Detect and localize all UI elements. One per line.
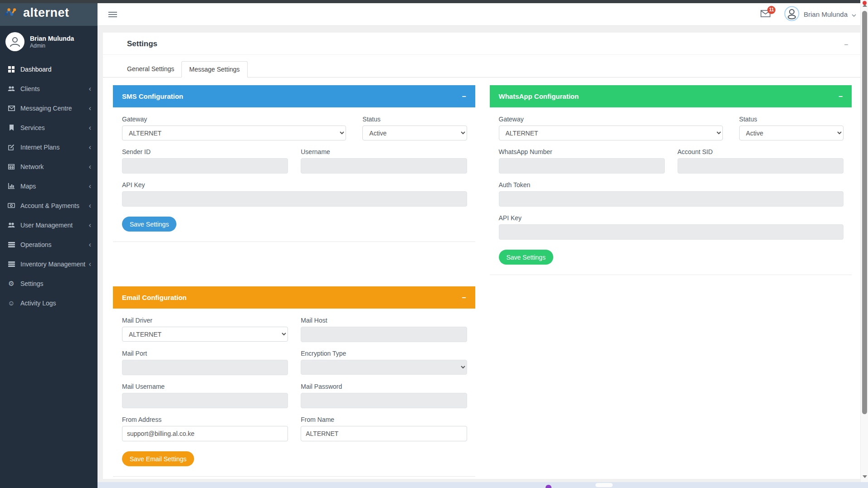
sidebar-item-maps[interactable]: Maps ‹	[0, 176, 98, 196]
sidebar-item-label: Services	[20, 124, 45, 131]
auth-token-label: Auth Token	[499, 181, 844, 188]
vertical-scrollbar[interactable]	[860, 0, 868, 482]
sidebar-item-label: Clients	[20, 85, 40, 92]
whatsapp-collapse-button[interactable]: −	[839, 92, 843, 101]
sidebar-item-activity-logs[interactable]: ☺ Activity Logs	[0, 293, 98, 313]
brand-logo-icon	[5, 7, 20, 19]
from-name-label: From Name	[301, 416, 467, 423]
server-stack-icon	[6, 261, 16, 267]
bar-chart-icon	[6, 183, 16, 189]
right-column: WhatsApp Configuration − Gateway ALTERNE…	[490, 85, 852, 477]
sidebar-item-label: Messaging Centre	[20, 105, 72, 112]
whatsapp-status-select[interactable]: Active	[739, 126, 844, 140]
mail-username-label: Mail Username	[122, 383, 288, 390]
clients-icon	[6, 86, 16, 92]
whatsapp-number-input	[499, 158, 665, 174]
mail-port-input	[122, 360, 288, 375]
sidebar-item-settings[interactable]: ⚙ Settings	[0, 274, 98, 293]
email-card-header: Email Configuration −	[113, 286, 475, 309]
chevron-left-icon: ‹	[89, 183, 91, 190]
user-avatar-icon	[784, 6, 800, 23]
sidebar-item-label: Activity Logs	[20, 300, 56, 307]
account-sid-input	[678, 158, 844, 174]
sms-username-label: Username	[301, 148, 467, 155]
topbar-user-name: Brian Mulunda	[804, 10, 848, 18]
chevron-left-icon: ‹	[89, 124, 91, 131]
scroll-down-arrow[interactable]	[863, 475, 867, 478]
cards-grid: SMS Configuration − Gateway ALTERNET	[103, 77, 862, 477]
mail-username-input	[122, 393, 288, 408]
settings-tabs: General Settings Message Settings	[103, 55, 862, 77]
vertical-scrollbar-thumb[interactable]	[862, 11, 867, 414]
whatsapp-api-key-input	[499, 224, 844, 240]
email-card-title: Email Configuration	[122, 294, 187, 301]
sms-api-key-label: API Key	[122, 181, 467, 188]
sidebar-item-label: Internet Plans	[20, 144, 59, 151]
sms-card-header: SMS Configuration −	[113, 85, 475, 107]
user-menu[interactable]: Brian Mulunda	[784, 6, 856, 23]
sms-collapse-button[interactable]: −	[462, 92, 466, 101]
sidebar-item-services[interactable]: Services ‹	[0, 118, 98, 137]
brand-logo[interactable]: alternet	[0, 0, 98, 26]
tab-message-settings[interactable]: Message Settings	[181, 61, 247, 77]
whatsapp-gateway-label: Gateway	[499, 116, 723, 123]
whatsapp-save-settings-button[interactable]: Save Settings	[499, 250, 553, 265]
menu-toggle-button[interactable]	[108, 10, 117, 19]
save-email-settings-button[interactable]: Save Email Settings	[122, 451, 194, 466]
sidebar-item-dashboard[interactable]: Dashboard	[0, 59, 98, 79]
sms-card-title: SMS Configuration	[122, 92, 183, 100]
topbar: 11 Brian Mulunda	[98, 0, 868, 26]
whatsapp-configuration-card: WhatsApp Configuration − Gateway ALTERNE…	[490, 85, 852, 275]
whatsapp-gateway-select[interactable]: ALTERNET	[499, 126, 723, 140]
horizontal-scrollbar[interactable]	[98, 482, 868, 488]
horizontal-scrollbar-marker	[546, 485, 551, 488]
email-collapse-button[interactable]: −	[462, 294, 466, 302]
sms-gateway-label: Gateway	[122, 116, 346, 123]
sidebar-item-label: Inventory Management	[20, 261, 85, 268]
chevron-left-icon: ‹	[89, 144, 91, 151]
pencil-square-icon	[6, 144, 16, 150]
app-root: alternet Brian Mulunda Admin	[0, 0, 868, 488]
sidebar-item-operations[interactable]: Operations ‹	[0, 235, 98, 254]
mail-driver-select[interactable]: ALTERNET	[122, 327, 288, 342]
envelope-icon	[6, 106, 16, 111]
sms-status-label: Status	[362, 116, 467, 123]
horizontal-scrollbar-thumb[interactable]	[595, 483, 613, 487]
whatsapp-card-header: WhatsApp Configuration −	[490, 85, 852, 107]
settings-panel: Settings – General Settings Message Sett…	[103, 33, 862, 479]
auth-token-input	[499, 191, 844, 207]
sidebar-item-account-payments[interactable]: Account & Payments ‹	[0, 196, 98, 215]
from-name-input[interactable]	[301, 426, 467, 441]
sms-status-select[interactable]: Active	[362, 126, 467, 140]
from-address-label: From Address	[122, 416, 288, 423]
sidebar-item-label: Maps	[20, 183, 36, 190]
sms-username-input	[301, 158, 467, 174]
sms-save-settings-button[interactable]: Save Settings	[122, 217, 176, 232]
sidebar-user-panel: Brian Mulunda Admin	[0, 26, 98, 56]
chevron-left-icon: ‹	[89, 261, 91, 268]
sidebar-item-user-management[interactable]: User Management ‹	[0, 215, 98, 235]
sidebar-item-clients[interactable]: Clients ‹	[0, 79, 98, 98]
whatsapp-card-title: WhatsApp Configuration	[499, 92, 579, 100]
sms-gateway-select[interactable]: ALTERNET	[122, 126, 346, 140]
sidebar-item-internet-plans[interactable]: Internet Plans ‹	[0, 137, 98, 157]
chevron-left-icon: ‹	[89, 85, 91, 92]
panel-collapse-button[interactable]: –	[844, 40, 848, 48]
whatsapp-api-key-label: API Key	[499, 214, 844, 222]
sms-sender-id-input	[122, 158, 288, 174]
recording-indicator-dot	[863, 1, 867, 5]
notifications-button[interactable]: 11	[761, 10, 770, 19]
sidebar-item-inventory-management[interactable]: Inventory Management ‹	[0, 254, 98, 274]
encryption-type-select[interactable]	[301, 360, 467, 375]
chevron-left-icon: ‹	[89, 163, 91, 170]
from-address-input[interactable]	[122, 426, 288, 441]
left-column: SMS Configuration − Gateway ALTERNET	[113, 85, 475, 477]
sidebar-item-messaging-centre[interactable]: Messaging Centre ‹	[0, 98, 98, 118]
sidebar-item-label: Account & Payments	[20, 202, 79, 209]
sidebar-item-network[interactable]: Network ‹	[0, 157, 98, 176]
account-sid-label: Account SID	[678, 148, 844, 155]
mail-host-label: Mail Host	[301, 317, 467, 324]
mail-host-input	[301, 327, 467, 342]
mail-driver-label: Mail Driver	[122, 317, 288, 324]
tab-general-settings[interactable]: General Settings	[120, 61, 181, 77]
